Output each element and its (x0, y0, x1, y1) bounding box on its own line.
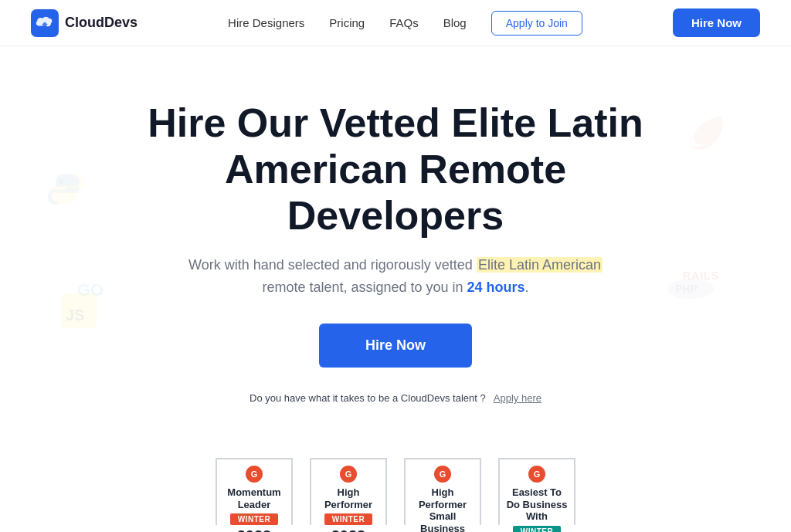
badge-shape: G High Performer Small Business WINTER 2… (404, 458, 481, 532)
apply-to-join-button[interactable]: Apply to Join (491, 11, 582, 36)
nav-hire-now-button[interactable]: Hire Now (673, 8, 760, 37)
nav-hire-designers[interactable]: Hire Designers (228, 16, 304, 29)
subtitle-highlight-blue: 24 hours (467, 280, 525, 295)
svg-point-1 (59, 179, 63, 184)
svg-text:PHP: PHP (675, 283, 698, 295)
svg-text:RAILS: RAILS (683, 269, 719, 282)
nav-blog[interactable]: Blog (443, 16, 467, 29)
badge-high-performer-small-biz: G High Performer Small Business WINTER 2… (400, 458, 485, 532)
hero-cta-container: Hire Now (15, 324, 776, 386)
badge-title: Easiest To Do Business With (504, 486, 569, 523)
nav-pricing[interactable]: Pricing (329, 16, 365, 29)
subtitle-end: . (525, 280, 529, 295)
subtitle-mid: remote talent, assigned to you in (262, 280, 467, 295)
hero-apply-link[interactable]: Apply here (494, 392, 541, 404)
badge-easiest-to-do-business: G Easiest To Do Business With WINTER 202… (494, 458, 579, 532)
nav-links: Hire Designers Pricing FAQs Blog Apply t… (228, 11, 582, 36)
logo[interactable]: CloudDevs (31, 9, 137, 37)
badge-ribbon: WINTER (324, 513, 372, 525)
hero-section: JS RAILS GO PHP Hire Our Vetted Elite La… (0, 46, 791, 435)
badges-section: G Momentum Leader WINTER 2023 G High Per… (0, 435, 791, 532)
badge-shape: G Momentum Leader WINTER 2023 (216, 458, 293, 532)
g2-logo-icon: G (340, 466, 357, 483)
brand-name: CloudDevs (65, 15, 137, 31)
go-icon: GO (77, 277, 124, 303)
g2-logo-icon: G (434, 466, 451, 483)
python-icon (46, 170, 85, 212)
svg-text:JS: JS (66, 307, 84, 324)
rails-icon: RAILS (683, 263, 729, 289)
hero-subtext: Do you have what it takes to be a CloudD… (15, 392, 776, 404)
navbar: CloudDevs Hire Designers Pricing FAQs Bl… (0, 0, 791, 46)
badge-year: 2023 (331, 527, 366, 532)
badge-shape: G High Performer WINTER 2023 (310, 458, 387, 532)
badge-title: High Performer Small Business (410, 486, 475, 532)
hero-subtext-label: Do you have what it takes to be a CloudD… (250, 392, 486, 404)
hero-title: Hire Our Vetted Elite Latin American Rem… (125, 100, 666, 239)
nav-faqs[interactable]: FAQs (389, 16, 419, 29)
badge-momentum-leader: G Momentum Leader WINTER 2023 (212, 458, 297, 532)
badge-title: Momentum Leader (222, 486, 287, 510)
logo-icon (31, 9, 59, 37)
badge-ribbon: WINTER (513, 526, 561, 532)
hero-subtitle: Work with hand selected and rigorously v… (179, 254, 612, 299)
hero-hire-now-button[interactable]: Hire Now (319, 324, 472, 368)
badge-title: High Performer (316, 486, 381, 510)
svg-point-7 (667, 279, 714, 299)
svg-point-2 (68, 195, 73, 199)
subtitle-highlight-yellow: Elite Latin American (477, 257, 603, 273)
badge-ribbon: WINTER (230, 513, 278, 525)
subtitle-plain: Work with hand selected and rigorously v… (188, 257, 477, 273)
g2-logo-icon: G (528, 466, 545, 483)
g2-logo-icon: G (246, 466, 263, 483)
svg-text:GO: GO (77, 280, 104, 300)
php-icon: PHP (667, 277, 714, 303)
badge-high-performer: G High Performer WINTER 2023 (306, 458, 391, 532)
swift-icon (683, 108, 729, 158)
badge-shape: G Easiest To Do Business With WINTER 202… (498, 458, 575, 532)
badge-year: 2023 (237, 527, 272, 532)
